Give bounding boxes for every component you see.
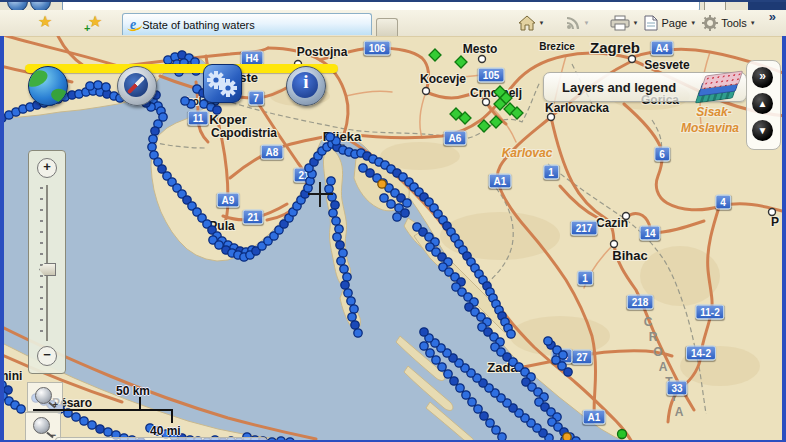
bathing-site-dot[interactable] xyxy=(403,199,411,207)
bathing-site-dot[interactable] xyxy=(102,83,110,91)
bathing-site-dot[interactable] xyxy=(86,82,94,90)
scale-tick xyxy=(139,397,141,409)
globe-tool-icon[interactable] xyxy=(28,66,68,106)
forward-button[interactable] xyxy=(30,0,51,10)
favorites-star-icon[interactable]: ★ xyxy=(38,12,52,32)
bathing-site-dot[interactable] xyxy=(350,305,358,313)
bathing-site-dot[interactable] xyxy=(327,177,335,185)
city-dot xyxy=(769,209,776,216)
tools-caret-icon[interactable]: ▼ xyxy=(750,20,756,26)
magnifier-icon xyxy=(35,387,52,404)
bathing-site-dot[interactable] xyxy=(325,185,333,193)
tools-button[interactable]: Tools ▼ xyxy=(699,13,759,33)
bathing-site-dot[interactable] xyxy=(336,241,344,249)
bathing-site-dot[interactable] xyxy=(94,81,102,89)
bathing-site-dot[interactable] xyxy=(148,143,156,151)
info-tool-icon[interactable]: i xyxy=(286,66,326,106)
feeds-button[interactable]: ▼ xyxy=(562,13,593,33)
bathing-site-dot[interactable] xyxy=(344,289,352,297)
window-frame xyxy=(748,2,786,10)
bathing-site-dot[interactable] xyxy=(456,384,464,392)
bathing-site-dot[interactable] xyxy=(149,135,157,143)
bathing-site-dot[interactable] xyxy=(335,225,343,233)
bathing-site-dot[interactable] xyxy=(426,349,434,357)
refresh-button[interactable] xyxy=(704,0,726,10)
bathing-site-dot[interactable] xyxy=(333,233,341,241)
bathing-site-dot[interactable] xyxy=(17,405,25,413)
settings-tool-icon[interactable] xyxy=(203,64,242,103)
bathing-site-dot[interactable] xyxy=(564,368,572,376)
bathing-site-dot[interactable] xyxy=(88,421,96,429)
print-caret-icon[interactable]: ▼ xyxy=(633,20,639,26)
bathing-site-dot[interactable] xyxy=(387,200,395,208)
bathing-site-dot[interactable] xyxy=(348,313,356,321)
bathing-site-dot[interactable] xyxy=(329,209,337,217)
bathing-site-dot[interactable] xyxy=(420,342,428,350)
bathing-site-dot[interactable] xyxy=(104,428,112,436)
bathing-site-dot[interactable] xyxy=(326,133,334,141)
bathing-site-dot[interactable] xyxy=(337,257,345,265)
zoom-in-button[interactable]: + xyxy=(37,158,57,178)
bathing-site-dot-green[interactable] xyxy=(618,430,627,439)
bathing-site-dot[interactable] xyxy=(450,377,458,385)
compass-tool-icon[interactable] xyxy=(117,66,157,106)
bathing-site-dot[interactable] xyxy=(354,329,362,337)
collapse-panel-button[interactable]: » xyxy=(752,67,773,88)
crosshair-icon xyxy=(319,182,321,207)
bathing-site-dot[interactable] xyxy=(468,398,476,406)
bathing-site-dot[interactable] xyxy=(341,281,349,289)
bathing-site-dot[interactable] xyxy=(486,419,494,427)
bathing-site-dot[interactable] xyxy=(444,370,452,378)
tools-label: Tools xyxy=(721,17,747,29)
bathing-site-dot[interactable] xyxy=(213,106,221,114)
bathing-site-dot[interactable] xyxy=(432,356,440,364)
city-dot xyxy=(623,213,630,220)
print-button[interactable]: ▼ xyxy=(607,13,642,33)
city-dot xyxy=(548,114,555,121)
scroll-up-button[interactable]: ▲ xyxy=(752,93,773,114)
bathing-site-dot[interactable] xyxy=(343,273,351,281)
bathing-site-dot[interactable] xyxy=(507,330,515,338)
bathing-site-dot[interactable] xyxy=(80,417,88,425)
bathing-site-dot-orange[interactable] xyxy=(378,180,386,188)
bathing-site-dot[interactable] xyxy=(72,413,80,421)
bathing-site-dot[interactable] xyxy=(420,328,428,336)
back-button[interactable] xyxy=(7,0,28,10)
home-button[interactable]: ▼ xyxy=(515,13,548,33)
bathing-site-dot[interactable] xyxy=(347,297,355,305)
bathing-site-dot[interactable] xyxy=(438,363,446,371)
bathing-site-dot[interactable] xyxy=(332,217,340,225)
magnify-in-button[interactable]: + xyxy=(27,382,63,412)
bathing-site-dot[interactable] xyxy=(462,391,470,399)
bathing-site-dot[interactable] xyxy=(340,265,348,273)
bathing-site-dot[interactable] xyxy=(492,426,500,434)
address-field[interactable] xyxy=(62,0,700,10)
bathing-site-dot[interactable] xyxy=(544,337,552,345)
bathing-site-dot[interactable] xyxy=(474,405,482,413)
tab-state-of-bathing-waters[interactable]: e State of bathing waters xyxy=(122,13,372,35)
bathing-site-dot[interactable] xyxy=(393,213,401,221)
bathing-site-dot[interactable] xyxy=(401,209,409,217)
home-caret-icon[interactable]: ▼ xyxy=(539,20,545,26)
page-caret-icon[interactable]: ▼ xyxy=(690,20,696,26)
add-favorite-icon[interactable]: ★+ xyxy=(88,12,102,32)
rss-icon xyxy=(565,15,581,31)
bathing-site-dot[interactable] xyxy=(151,127,159,135)
toolbar-overflow-chevron[interactable]: » xyxy=(769,11,776,23)
bathing-site-dot[interactable] xyxy=(380,194,388,202)
layers-legend-panel[interactable]: Layers and legend xyxy=(543,72,747,102)
new-tab-button[interactable] xyxy=(376,18,398,37)
layers-legend-title: Layers and legend xyxy=(562,80,676,95)
bathing-site-dot[interactable] xyxy=(339,249,347,257)
scroll-down-button[interactable]: ▼ xyxy=(752,120,773,141)
scale-mi-label: 40 mi xyxy=(150,424,181,438)
bathing-site-dot[interactable] xyxy=(351,321,359,329)
map-viewport[interactable]: PostojnaMestoBreziceZagrebSesveteKocevje… xyxy=(0,36,786,442)
bathing-site-dot[interactable] xyxy=(181,97,189,105)
zoom-out-button[interactable]: − xyxy=(37,346,57,366)
page-button[interactable]: Page ▼ xyxy=(641,13,699,33)
bathing-site-dot[interactable] xyxy=(331,201,339,209)
bathing-site-dot[interactable] xyxy=(96,425,104,433)
page-label: Page xyxy=(661,17,687,29)
bathing-site-dot[interactable] xyxy=(480,412,488,420)
